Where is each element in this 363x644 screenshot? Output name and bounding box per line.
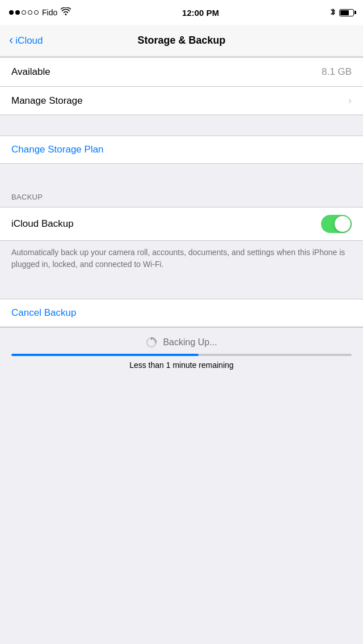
signal-dot-3	[22, 10, 26, 15]
manage-storage-right: ›	[344, 95, 352, 107]
cancel-backup-row[interactable]: Cancel Backup	[0, 299, 363, 327]
manage-storage-label: Manage Storage	[11, 95, 83, 107]
status-bar: Fido 12:00 PM	[0, 0, 363, 25]
svg-line-9	[147, 343, 149, 344]
storage-section: Available 8.1 GB Manage Storage ›	[0, 57, 363, 115]
wifi-icon	[61, 7, 71, 18]
icloud-backup-label: iCloud Backup	[11, 218, 74, 230]
battery-fill	[340, 10, 349, 15]
svg-line-4	[155, 341, 157, 342]
page-title: Storage & Backup	[137, 35, 225, 46]
back-chevron-icon: ‹	[9, 34, 13, 46]
change-storage-plan-label: Change Storage Plan	[11, 144, 104, 155]
back-button[interactable]: ‹ iCloud	[9, 35, 43, 46]
available-label: Available	[11, 66, 50, 78]
bluetooth-icon	[330, 7, 336, 18]
signal-dot-5	[34, 10, 39, 15]
status-left: Fido	[9, 7, 71, 18]
progress-bar-fill	[11, 354, 199, 356]
carrier-label: Fido	[42, 8, 57, 17]
spacer-3	[0, 278, 363, 299]
backup-section-header: BACKUP	[0, 184, 363, 207]
svg-line-3	[154, 339, 154, 340]
spacer-1	[0, 115, 363, 135]
status-time: 12:00 PM	[182, 8, 219, 18]
available-value: 8.1 GB	[322, 66, 352, 78]
spacer-2	[0, 164, 363, 184]
signal-dot-1	[9, 10, 14, 15]
toggle-knob	[335, 216, 351, 232]
icloud-backup-row: iCloud Backup	[0, 207, 363, 240]
signal-dot-4	[28, 10, 32, 15]
svg-point-0	[65, 14, 67, 15]
progress-remaining-label: Less than 1 minute remaining	[11, 361, 352, 370]
battery-icon	[339, 9, 354, 16]
icloud-backup-toggle[interactable]	[321, 215, 352, 233]
progress-bar-track	[11, 354, 352, 356]
svg-line-10	[147, 341, 149, 342]
svg-line-5	[155, 343, 157, 344]
svg-line-6	[154, 345, 154, 346]
manage-storage-row[interactable]: Manage Storage ›	[0, 86, 363, 115]
svg-line-11	[149, 339, 149, 340]
progress-section: Backing Up... Less than 1 minute remaini…	[0, 327, 363, 378]
backup-description-text: Automatically back up your camera roll, …	[11, 248, 345, 269]
nav-bar: ‹ iCloud Storage & Backup	[0, 25, 363, 57]
signal-dot-2	[15, 10, 20, 15]
available-row: Available 8.1 GB	[0, 58, 363, 86]
spinner-icon	[146, 337, 157, 348]
svg-line-8	[149, 345, 149, 346]
progress-status-label: Backing Up...	[163, 337, 217, 348]
change-storage-plan-row[interactable]: Change Storage Plan	[0, 135, 363, 164]
chevron-right-icon: ›	[348, 95, 352, 107]
status-right	[330, 7, 354, 18]
progress-status-row: Backing Up...	[11, 337, 352, 348]
cancel-backup-label: Cancel Backup	[11, 307, 76, 319]
backup-description-row: Automatically back up your camera roll, …	[0, 240, 363, 278]
backup-header-text: BACKUP	[11, 193, 43, 201]
back-label: iCloud	[15, 35, 43, 46]
signal-dots	[9, 10, 39, 15]
